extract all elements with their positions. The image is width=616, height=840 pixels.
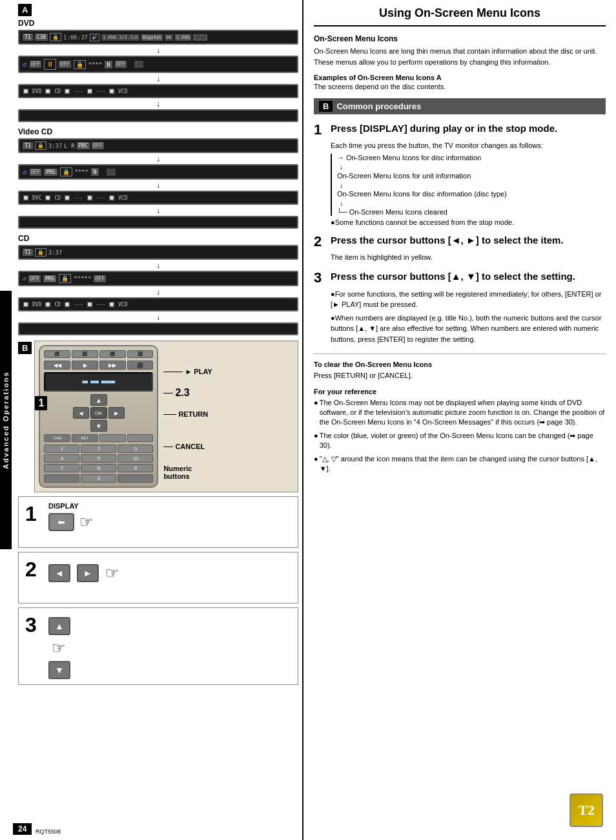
cd-section: CD T1 🔒 3:37 ↓ ↺ OFF PRG 🔒 ***** OFF ↓ 🔲… <box>18 234 298 335</box>
flow-down-1: ↓ <box>340 163 606 171</box>
section-a-label: A <box>18 4 32 16</box>
banner-title: Common procedures <box>336 101 421 111</box>
remote-num-1[interactable]: 1 <box>44 445 79 453</box>
examples-section: Examples of On-Screen Menu Icons A The s… <box>314 74 606 90</box>
cd-arrow2: ↓ <box>18 288 298 297</box>
right-step3-number: 3 <box>314 270 327 286</box>
remote-num-4[interactable]: 4 <box>44 454 79 463</box>
cursor-right-button[interactable]: ► <box>77 564 99 582</box>
hand-cursor-2: ☞ <box>105 564 119 582</box>
remote-num-2[interactable]: 2 <box>81 445 116 453</box>
cd-display-row1: T1 🔒 3:37 <box>18 245 298 260</box>
remote-btn-8[interactable]: ⬛ <box>127 361 154 370</box>
clear-body: Press [RETURN] or [CANCEL]. <box>314 370 606 381</box>
step23-label: 2.3 <box>163 387 212 399</box>
remote-btn-m2[interactable] <box>127 434 154 442</box>
remote-btn-0[interactable]: 0 <box>81 474 116 483</box>
remote-dpad-right[interactable]: ► <box>108 407 125 419</box>
section-divider <box>314 353 606 354</box>
flow-item-2: On-Screen Menu Icons for unit informatio… <box>337 172 606 180</box>
banner-b-letter: B <box>319 101 333 112</box>
dvd-display-row2: ↺ OFF ⏸ OFF 🔒 **** N OFF ⬛ <box>18 56 298 73</box>
vcd-title: Video CD <box>18 127 298 136</box>
dvd-section: DVD T1 C30 🔒 1:06:37 🔊 1 ENG 3/2.1ch Dig… <box>18 19 298 122</box>
vcd-arrow3: ↓ <box>18 206 298 215</box>
examples-body: The screens depend on the disc contents. <box>314 83 606 90</box>
vcd-display-blank <box>18 216 298 229</box>
cursor-down-button[interactable]: ▼ <box>48 661 70 679</box>
reference-section: For your reference ●The On-Screen Menu I… <box>314 388 606 474</box>
remote-num-3[interactable]: 3 <box>118 445 153 453</box>
step1-section: 1 DISPLAY ⬅ ☞ <box>18 496 298 548</box>
remote-num-7[interactable]: 7 <box>44 464 79 472</box>
numeric-label: Numeric buttons <box>163 465 212 480</box>
cd-display-blank <box>18 322 298 335</box>
remote-num-9[interactable]: 9 <box>118 464 153 472</box>
remote-dpad-down[interactable]: ▼ <box>90 420 107 432</box>
page-code: RQT5508 <box>36 828 61 835</box>
page-title: Using On-Screen Menu Icons <box>314 6 606 26</box>
display-button-label: DISPLAY <box>48 502 291 510</box>
right-step2-title: Press the cursor buttons [◄, ►] to selec… <box>331 234 564 247</box>
right-step1-title: Press [DISPLAY] during play or in the st… <box>331 122 557 135</box>
right-step1-desc: Each time you press the button, the TV m… <box>331 140 606 151</box>
remote-dpad-up[interactable]: ▲ <box>90 394 107 406</box>
cd-title: CD <box>18 234 298 243</box>
remote-num-5[interactable]: 5 <box>81 454 116 463</box>
remote-num-10[interactable]: 10 <box>118 454 153 463</box>
remote-btn-7[interactable]: ▶▶ <box>99 361 126 370</box>
dvd-arrow1: ↓ <box>18 46 298 55</box>
cd-display-row3: 🔲DVD 🔲CD 🔲--- 🔲--- 🔲VCD <box>18 297 298 311</box>
flow-down-3: ↓ <box>340 199 606 207</box>
right-step1: 1 Press [DISPLAY] during play or in the … <box>314 122 606 226</box>
remote-control: ⬛ ⬛ ⬛ ⬛ ◀◀ ▶ ▶▶ ⬛ <box>39 345 158 488</box>
cursor-up-button[interactable]: ▲ <box>48 617 70 635</box>
remote-dpad-enter[interactable]: OK <box>90 407 107 419</box>
cursor-left-button[interactable]: ◄ <box>48 564 70 582</box>
vcd-arrow1: ↓ <box>18 154 298 163</box>
section-b-label: B <box>18 342 32 354</box>
remote-btn-m1[interactable] <box>99 434 126 442</box>
right-step1-number: 1 <box>314 122 327 138</box>
flow-chart: → On-Screen Menu Icons for disc informat… <box>331 154 606 216</box>
right-step3-bullet2: ●When numbers are displayed (e.g. title … <box>331 313 606 345</box>
right-step2-desc: The item is highlighted in yellow. <box>331 252 606 263</box>
vcd-section: Video CD T1 🔒 3:37 L R PBC OFF ↓ ↺ OFF P… <box>18 127 298 229</box>
remote-btn-5[interactable]: ◀◀ <box>44 361 70 370</box>
play-label: ► PLAY <box>163 368 212 375</box>
flow-item-3: On-Screen Menu Icons for disc informatio… <box>337 190 606 198</box>
remote-num-8[interactable]: 8 <box>81 464 116 472</box>
flow-down-2: ↓ <box>340 181 606 189</box>
right-step2: 2 Press the cursor buttons [◄, ►] to sel… <box>314 234 606 263</box>
remote-btn-2[interactable]: ⬛ <box>72 350 98 358</box>
remote-btn-6[interactable]: ▶ <box>72 361 98 370</box>
dvd-display-blank <box>18 109 298 122</box>
dvd-arrow2: ↓ <box>18 74 298 83</box>
display-button-visual[interactable]: ⬅ <box>48 513 74 531</box>
remote-dpad-left[interactable]: ◄ <box>73 407 89 419</box>
vcd-display-row2: ↺ OFF PRG 🔒 **** N ⬛ <box>18 164 298 180</box>
onscreen-menu-section: On-Screen Menu Icons On-Screen Menu Icon… <box>314 34 606 67</box>
return-label: RETURN <box>163 410 212 418</box>
remote-btn-3[interactable]: ⬛ <box>99 350 126 358</box>
step1-number: 1 <box>25 502 43 526</box>
remote-btn-1[interactable]: ⬛ <box>44 350 70 358</box>
right-step2-number: 2 <box>314 234 327 249</box>
dvd-title: DVD <box>18 19 298 28</box>
remote-btn-b3[interactable] <box>118 474 153 483</box>
remote-btn-return[interactable]: RET <box>72 434 98 442</box>
right-step3-title: Press the cursor buttons [▲, ▼] to selec… <box>331 270 575 283</box>
clear-title: To clear the On-Screen Menu Icons <box>314 361 606 368</box>
common-procedures-banner: B Common procedures <box>314 98 606 114</box>
onscreen-body: On-Screen Menu Icons are long thin menus… <box>314 46 606 67</box>
remote-step1-indicator: 1 <box>35 396 47 410</box>
remote-btn-cancel[interactable]: CAN <box>44 434 70 442</box>
remote-btn-b1[interactable] <box>44 474 79 483</box>
onscreen-header: On-Screen Menu Icons <box>314 34 606 43</box>
right-step1-note: ●Some functions cannot be accessed from … <box>331 218 606 226</box>
remote-btn-4[interactable]: ⬛ <box>127 350 154 358</box>
step3-section: 3 ▲ ☞ ▼ <box>18 607 298 685</box>
flow-item-4: └─ On-Screen Menu Icons cleared <box>337 208 606 216</box>
right-step3: 3 Press the cursor buttons [▲, ▼] to sel… <box>314 270 606 344</box>
cd-arrow1: ↓ <box>18 261 298 270</box>
